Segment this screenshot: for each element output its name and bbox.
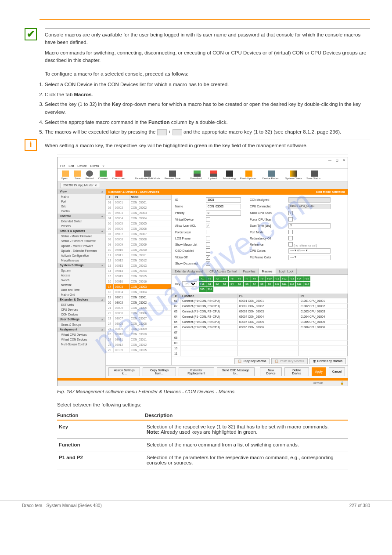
form-input[interactable]: [206, 204, 241, 209]
fkey-F6[interactable]: F6: [236, 276, 243, 281]
fkey-S1[interactable]: S1: [206, 282, 213, 287]
sidebar-item[interactable]: Extended Switch: [58, 219, 105, 224]
fkey-S2[interactable]: S2: [214, 282, 221, 287]
list-item[interactable]: 0605006CON_05006: [106, 226, 171, 232]
checkbox[interactable]: ✓: [206, 261, 210, 266]
list-item[interactable]: 0705007CON_05007: [106, 232, 171, 237]
delete-macros-button[interactable]: 🗑 Delete Key Macros: [309, 358, 346, 364]
list-item[interactable]: 2403008CON_03008: [106, 321, 171, 326]
checkbox[interactable]: [288, 236, 293, 240]
side-ext[interactable]: Extender & Devices: [58, 297, 105, 302]
tb-deactivate[interactable]: Deactivate Edit Mode: [133, 170, 162, 181]
list-item[interactable]: 0905009CON_05009: [106, 242, 171, 247]
fkey-F10[interactable]: F10: [266, 276, 273, 281]
side-assign[interactable]: Assignment: [58, 327, 105, 332]
fkey-S13[interactable]: S13: [296, 282, 303, 287]
tb-remotesave[interactable]: Remote Save: [163, 170, 182, 181]
list-item[interactable]: 1703003CON_03003: [106, 284, 171, 290]
list-item[interactable]: 2603010CON_03010: [106, 332, 171, 337]
checkbox[interactable]: ✓: [206, 255, 210, 260]
side-status[interactable]: Status & Updates: [58, 229, 105, 234]
macro-row[interactable]: 08: [172, 335, 348, 341]
sidebar-item[interactable]: Users & Groups: [58, 322, 105, 327]
list-item[interactable]: 0805008CON_05008: [106, 237, 171, 242]
sidebar-item[interactable]: Update - Matrix Firmware: [58, 243, 105, 248]
list-item[interactable]: 2503009CON_03009: [106, 326, 171, 332]
sidebar-item[interactable]: Matrix: [58, 194, 105, 199]
sidebar-item[interactable]: Status - Matrix Firmware: [58, 234, 105, 239]
fkey-S14[interactable]: S14: [303, 282, 310, 287]
macro-row[interactable]: 07: [172, 330, 348, 335]
sidebar-item[interactable]: Access: [58, 273, 105, 278]
copy-settings-button[interactable]: Copy Settings from...: [143, 367, 176, 376]
checkbox[interactable]: [288, 230, 293, 234]
list-item[interactable]: 2703011CON_03011: [106, 337, 171, 342]
fkey-F16[interactable]: F16: [199, 282, 206, 287]
tb-upload[interactable]: Upload...: [207, 170, 221, 181]
macro-row[interactable]: 02Connect (P1=CON, P2=CPU)03002 CON_0300…: [172, 304, 348, 309]
fkey-F7[interactable]: F7: [244, 276, 251, 281]
sidebar-item[interactable]: Matrix Grid: [58, 292, 105, 297]
macro-row[interactable]: 11: [172, 351, 348, 356]
maximize-icon[interactable]: ◻: [336, 159, 338, 162]
form-input[interactable]: [206, 197, 241, 203]
fkey-F9[interactable]: F9: [259, 276, 266, 281]
fkey-S8[interactable]: S8: [259, 282, 266, 287]
list-item[interactable]: 2803012CON_03012: [106, 342, 171, 348]
checkbox[interactable]: [288, 217, 293, 221]
assign-settings-button[interactable]: Assign Settings to...: [108, 367, 140, 376]
sidebar-item[interactable]: Status - Extender Firmware: [58, 239, 105, 243]
list-item[interactable]: 1605016CON_05016: [106, 279, 171, 284]
tab-favorites[interactable]: Favorites: [240, 268, 259, 274]
list-item[interactable]: 1305013CON_05013: [106, 263, 171, 268]
list-item[interactable]: 1405014CON_05014: [106, 268, 171, 274]
macro-row[interactable]: 10: [172, 346, 348, 351]
sidebar-item[interactable]: Date and Time: [58, 287, 105, 292]
list-item[interactable]: 0105001CON_05001: [106, 200, 171, 205]
tab-loginlock[interactable]: Login Lock: [276, 268, 297, 274]
macro-row[interactable]: 03Connect (P1=CON, P2=CPU)03003 CON_0300…: [172, 309, 348, 314]
fkey-F14[interactable]: F14: [296, 276, 303, 281]
sidebar-item[interactable]: Update - Extender Firmware: [58, 248, 105, 253]
checkbox[interactable]: [206, 248, 210, 253]
fkey-F3[interactable]: F3: [214, 276, 221, 281]
new-device-button[interactable]: New Device: [260, 367, 282, 376]
form-input[interactable]: [206, 210, 241, 216]
tb-finder[interactable]: Device Finder...: [261, 170, 283, 181]
side-sysset[interactable]: System Settings: [58, 263, 105, 268]
fkey-S5[interactable]: S5: [236, 282, 243, 287]
macro-row[interactable]: 06Connect (P1=CON, P2=CPU)03006 CON_0300…: [172, 325, 348, 330]
sidebar-item[interactable]: CPU Devices: [58, 307, 105, 312]
fkey-F2[interactable]: F2: [206, 276, 213, 281]
fkey-S6[interactable]: S6: [244, 282, 251, 287]
fkey-S12[interactable]: S12: [288, 282, 295, 287]
fkey-S15[interactable]: S15: [199, 287, 206, 292]
fkey-F15[interactable]: F15: [303, 276, 310, 281]
paste-macros-button[interactable]: 📋 Paste Key Macros: [271, 358, 307, 364]
fkey-F4[interactable]: F4: [221, 276, 228, 281]
menu-bar[interactable]: FileEditDeviceExtras?: [58, 163, 348, 169]
list-item[interactable]: 0205002CON_05002: [106, 205, 171, 210]
checkbox[interactable]: [206, 230, 210, 234]
tb-monitoring[interactable]: Monitoring: [222, 170, 237, 181]
sidebar-item[interactable]: Multi-Screen Control: [58, 342, 105, 347]
list-item[interactable]: 2103005CON_03005: [106, 305, 171, 311]
list-item[interactable]: 2303007CON_03007: [106, 316, 171, 321]
checkbox[interactable]: [206, 236, 210, 240]
sidebar-item[interactable]: Virtual CON Devices: [58, 337, 105, 342]
side-view[interactable]: View: [58, 189, 105, 194]
sidebar-item[interactable]: Control: [58, 209, 105, 214]
sidebar-item[interactable]: System: [58, 268, 105, 273]
file-tab[interactable]: 20220215.zip | Master ✕: [60, 183, 100, 188]
copy-macros-button[interactable]: 📋 Copy Key Macros: [234, 358, 270, 364]
tb-connect[interactable]: Connect: [97, 170, 110, 181]
sidebar-item[interactable]: Presets: [58, 224, 105, 229]
apply-button[interactable]: Apply: [312, 367, 326, 376]
checkbox[interactable]: ✓: [288, 211, 293, 215]
fkey-F1[interactable]: F1: [199, 276, 206, 281]
fkey-F12[interactable]: F12: [281, 276, 288, 281]
list-item[interactable]: 1903001CON_03001: [106, 295, 171, 300]
tb-savestatus[interactable]: Save Status...: [305, 170, 324, 181]
list-item[interactable]: 0305003CON_05003: [106, 210, 171, 216]
fkey-S7[interactable]: S7: [251, 282, 258, 287]
